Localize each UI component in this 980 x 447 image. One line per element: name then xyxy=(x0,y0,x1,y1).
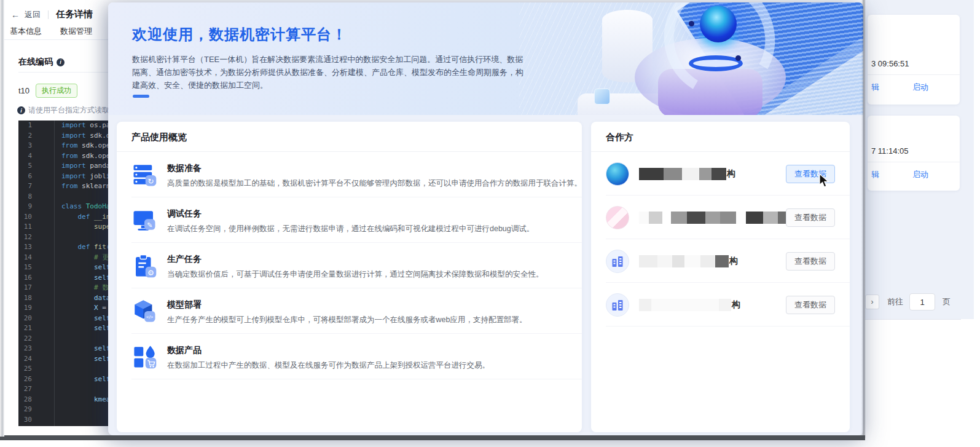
overview-item-desc: 高质量的数据是模型加工的基础，数据机密计算平台不仅能够管理内部数据，还可以申请使… xyxy=(167,178,582,189)
edit-button[interactable]: 辑 xyxy=(871,169,879,180)
code-text: self._ xyxy=(37,374,108,385)
start-button[interactable]: 启动 xyxy=(912,169,928,180)
code-line: 29 xyxy=(18,405,108,415)
code-text: def __init xyxy=(37,212,108,223)
line-number: 29 xyxy=(18,405,37,415)
partner-row: 查看数据 xyxy=(591,196,850,239)
svg-text:⚙: ⚙ xyxy=(147,269,154,277)
line-number: 15 xyxy=(18,263,37,273)
line-number: 2 xyxy=(18,131,37,141)
overview-card-title: 产品使用概览 xyxy=(117,122,582,151)
view-data-button[interactable]: 查看数据 xyxy=(786,296,835,314)
redacted-name xyxy=(639,212,786,224)
line-number: 21 xyxy=(18,323,37,334)
line-number: 3 xyxy=(18,141,37,151)
view-data-label: 查看数据 xyxy=(794,213,826,222)
tab-data-management[interactable]: 数据管理 xyxy=(60,26,92,37)
divider xyxy=(18,72,108,73)
line-number: 14 xyxy=(18,253,37,263)
overview-item-desc: 生产任务产生的模型可上传到模型仓库中，可将模型部署成为一个在线服务或者web应用… xyxy=(167,315,527,325)
overview-item-desc: 在调试任务空间，使用样例数据，无需进行数据申请，通过在线编码和可视化建模过程中可… xyxy=(167,224,534,234)
line-number: 9 xyxy=(18,202,37,212)
breadcrumb: ← 返回 任务详情 xyxy=(11,9,93,20)
code-text: from sdk.opera xyxy=(37,151,108,162)
code-line: 30 xyxy=(18,415,108,425)
code-editor[interactable]: 1 import os.path 2 import sdk.ope 3 from… xyxy=(18,121,108,426)
code-line: 2 import sdk.ope xyxy=(18,131,108,141)
line-number: 4 xyxy=(18,151,37,162)
code-line: 1 import os.path xyxy=(18,121,108,131)
tabs: 基本信息 数据管理 xyxy=(10,26,92,37)
svg-text:✎: ✎ xyxy=(147,221,153,229)
code-line: 28 kmeans xyxy=(18,395,108,405)
code-line: 27 xyxy=(18,384,108,395)
overview-item-title: 模型部署 xyxy=(167,299,527,311)
code-line: 10 def __init xyxy=(18,212,108,223)
online-coding-section: 在线编码 i xyxy=(18,57,65,68)
overview-item-title: 生产任务 xyxy=(167,254,544,265)
code-text: import pandas xyxy=(37,161,108,172)
building-icon xyxy=(610,298,625,312)
task-card-actions: 辑 启动 xyxy=(868,75,960,100)
overview-item-desc: 当确定数据价值后，可基于调试任务申请使用全量数据进行计算，通过空间隔离技术保障数… xyxy=(167,269,544,280)
code-text: super( xyxy=(37,222,108,232)
task-status-row: t10 执行成功 xyxy=(18,84,77,98)
task-id: t10 xyxy=(18,86,29,95)
view-data-label: 查看数据 xyxy=(794,300,826,309)
line-number: 13 xyxy=(18,242,37,253)
code-line: 8 xyxy=(18,192,108,202)
partner-name xyxy=(639,212,786,224)
code-text xyxy=(37,192,61,202)
partner-avatar xyxy=(606,250,629,273)
line-number: 12 xyxy=(18,232,37,243)
section-title: 在线编码 xyxy=(18,57,53,68)
line-number: 6 xyxy=(18,172,37,182)
code-text xyxy=(37,415,61,425)
screen: 3 09:56:51 辑 启动 7 11:14:05 辑 启动 › 前 xyxy=(0,0,980,447)
code-text xyxy=(37,384,61,395)
task-card: 3 09:56:51 辑 启动 xyxy=(868,15,960,105)
code-text: self._ xyxy=(37,354,108,365)
code-text: # 更改 xyxy=(37,253,108,263)
overview-item-title: 调试任务 xyxy=(167,208,534,220)
overview-item: ↻ ✎ ⚙ xyxy=(117,152,582,197)
code-text: from sdk.opera xyxy=(37,141,108,151)
banner-accent-dash xyxy=(133,95,149,98)
code-line: 7 from sklearn.c xyxy=(18,181,108,192)
next-page-button[interactable]: › xyxy=(865,295,879,309)
overview-icon: ↻ ✎ ⚙ xyxy=(131,162,157,188)
data-prep-icon: ↻ xyxy=(131,162,157,188)
building-icon xyxy=(610,254,625,269)
pagination: › 前往 页 xyxy=(865,293,974,311)
overview-item-text: 数据准备 高质量的数据是模型加工的基础，数据机密计算平台不仅能够管理内部数据，还… xyxy=(167,162,582,189)
code-text: data = xyxy=(37,293,108,304)
back-button[interactable]: 返回 xyxy=(25,9,41,20)
product-overview-card: 产品使用概览 ↻ ✎ xyxy=(117,122,582,432)
code-line: 21 self._ xyxy=(18,323,108,334)
overview-icon: ↻ ✎ ⚙ xyxy=(131,207,157,233)
partner-name-suffix: 构 xyxy=(727,168,735,180)
page-input[interactable] xyxy=(909,293,935,311)
view-data-button[interactable]: 查看数据 xyxy=(786,252,835,271)
edit-button[interactable]: 辑 xyxy=(871,82,879,93)
view-data-button[interactable]: 查看数据 xyxy=(786,208,835,227)
code-line: 5 import pandas xyxy=(18,161,108,172)
tab-basic-info[interactable]: 基本信息 xyxy=(10,26,42,37)
partner-row: 构 查看数据 xyxy=(591,239,850,283)
overview-item-text: 调试任务 在调试任务空间，使用样例数据，无需进行数据申请，通过在线编码和可视化建… xyxy=(167,207,534,234)
partners-card-title: 合作方 xyxy=(591,122,850,151)
line-number: 20 xyxy=(18,314,37,324)
window-left-edge xyxy=(0,0,4,437)
line-number: 25 xyxy=(18,364,37,374)
model-deploy-icon: </> xyxy=(131,298,157,324)
start-button[interactable]: 启动 xyxy=(912,82,928,93)
code-line: 15 self._ xyxy=(18,263,108,273)
hint-row: i 请使用平台指定方式读取数据 xyxy=(17,105,108,116)
blue-ring-graphic xyxy=(689,55,743,71)
line-number: 7 xyxy=(18,181,37,192)
back-arrow-icon[interactable]: ← xyxy=(11,10,20,20)
code-text: self._ xyxy=(37,344,108,354)
production-task-icon: ⚙ xyxy=(131,253,157,279)
info-icon[interactable]: i xyxy=(57,58,65,66)
code-text: def fit(se xyxy=(37,242,108,253)
